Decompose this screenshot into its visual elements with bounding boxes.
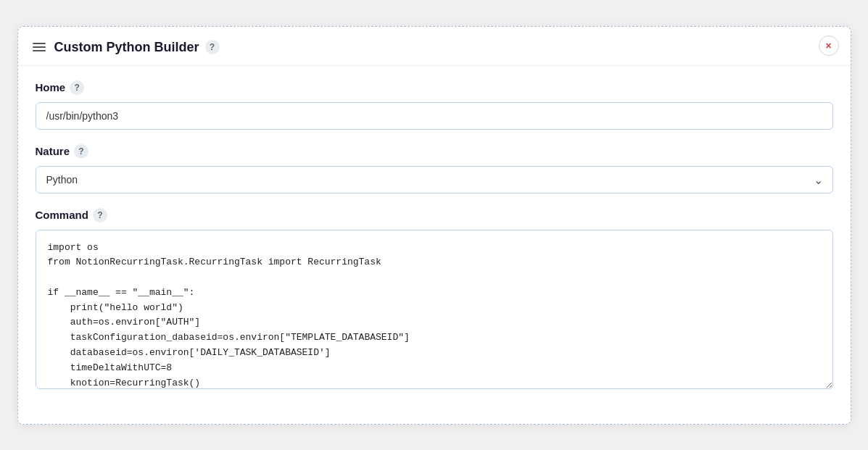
- modal-container: Custom Python Builder ? × Home ? Nature …: [17, 26, 851, 425]
- nature-select[interactable]: Python Bash Node.js: [36, 166, 833, 193]
- modal-body: Home ? Nature ? Python Bash Node.js: [18, 66, 851, 424]
- modal-title: Custom Python Builder: [54, 40, 199, 55]
- hamburger-icon[interactable]: [33, 43, 46, 51]
- home-field-label: Home ?: [36, 80, 833, 95]
- modal-title-help-icon[interactable]: ?: [205, 40, 220, 54]
- command-textarea[interactable]: import os from NotionRecurringTask.Recur…: [36, 230, 833, 389]
- modal-header: Custom Python Builder ? ×: [18, 27, 851, 66]
- nature-field-group: Nature ? Python Bash Node.js ⌄: [36, 144, 833, 193]
- nature-select-wrapper: Python Bash Node.js ⌄: [36, 166, 833, 193]
- command-help-icon[interactable]: ?: [93, 208, 107, 222]
- home-input[interactable]: [36, 102, 833, 130]
- home-field-group: Home ?: [36, 80, 833, 130]
- home-help-icon[interactable]: ?: [70, 80, 84, 95]
- command-field-group: Command ? import os from NotionRecurring…: [36, 208, 833, 392]
- close-button[interactable]: ×: [819, 36, 839, 56]
- command-label-text: Command: [36, 209, 88, 221]
- nature-help-icon[interactable]: ?: [74, 144, 88, 159]
- nature-field-label: Nature ?: [36, 144, 833, 159]
- nature-label-text: Nature: [36, 145, 70, 157]
- home-label-text: Home: [36, 81, 66, 93]
- command-field-label: Command ?: [36, 208, 833, 222]
- modal-overlay: Custom Python Builder ? × Home ? Nature …: [0, 0, 868, 450]
